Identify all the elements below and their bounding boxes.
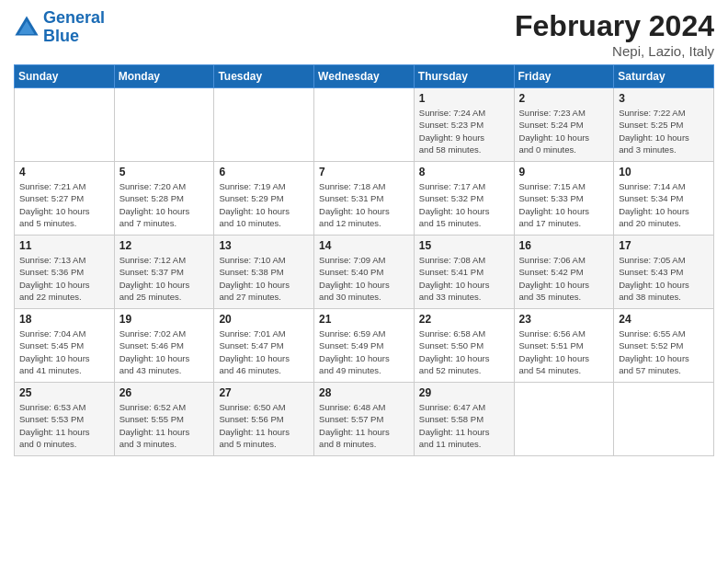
calendar-cell	[314, 88, 415, 162]
day-info: Sunrise: 7:13 AMSunset: 5:36 PMDaylight:…	[19, 254, 109, 303]
day-number: 16	[519, 239, 609, 252]
day-number: 1	[419, 92, 509, 105]
header-tuesday: Tuesday	[214, 65, 314, 88]
calendar-cell: 23Sunrise: 6:56 AMSunset: 5:51 PMDayligh…	[514, 309, 614, 383]
header-row: Sunday Monday Tuesday Wednesday Thursday…	[15, 65, 714, 88]
calendar-week-5: 25Sunrise: 6:53 AMSunset: 5:53 PMDayligh…	[15, 383, 714, 456]
calendar-cell: 5Sunrise: 7:20 AMSunset: 5:28 PMDaylight…	[114, 162, 214, 236]
calendar-cell: 22Sunrise: 6:58 AMSunset: 5:50 PMDayligh…	[414, 309, 514, 383]
calendar-cell: 16Sunrise: 7:06 AMSunset: 5:42 PMDayligh…	[514, 236, 614, 309]
calendar-cell: 20Sunrise: 7:01 AMSunset: 5:47 PMDayligh…	[214, 309, 314, 383]
header: General Blue February 2024 Nepi, Lazio, …	[14, 9, 714, 59]
day-info: Sunrise: 7:15 AMSunset: 5:33 PMDaylight:…	[519, 180, 609, 229]
calendar-cell: 3Sunrise: 7:22 AMSunset: 5:25 PMDaylight…	[614, 88, 714, 162]
calendar-cell: 27Sunrise: 6:50 AMSunset: 5:56 PMDayligh…	[214, 383, 314, 456]
header-thursday: Thursday	[414, 65, 514, 88]
day-number: 15	[419, 239, 509, 252]
calendar-cell: 14Sunrise: 7:09 AMSunset: 5:40 PMDayligh…	[314, 236, 415, 309]
day-number: 23	[519, 313, 609, 326]
day-number: 22	[419, 313, 509, 326]
day-info: Sunrise: 7:06 AMSunset: 5:42 PMDaylight:…	[519, 254, 609, 303]
calendar-cell: 1Sunrise: 7:24 AMSunset: 5:23 PMDaylight…	[414, 88, 514, 162]
calendar-cell: 12Sunrise: 7:12 AMSunset: 5:37 PMDayligh…	[114, 236, 214, 309]
calendar-cell	[214, 88, 314, 162]
calendar-cell: 2Sunrise: 7:23 AMSunset: 5:24 PMDaylight…	[514, 88, 614, 162]
day-info: Sunrise: 7:10 AMSunset: 5:38 PMDaylight:…	[219, 254, 309, 303]
month-title: February 2024	[515, 9, 714, 43]
header-saturday: Saturday	[614, 65, 714, 88]
day-number: 11	[19, 239, 109, 252]
day-number: 4	[19, 166, 109, 178]
calendar-cell	[114, 88, 214, 162]
day-number: 20	[219, 313, 309, 326]
calendar-week-2: 4Sunrise: 7:21 AMSunset: 5:27 PMDaylight…	[15, 162, 714, 236]
day-number: 8	[419, 166, 509, 178]
day-info: Sunrise: 7:08 AMSunset: 5:41 PMDaylight:…	[419, 254, 509, 303]
day-info: Sunrise: 7:18 AMSunset: 5:31 PMDaylight:…	[319, 180, 409, 229]
day-number: 26	[119, 386, 210, 399]
day-info: Sunrise: 6:48 AMSunset: 5:57 PMDaylight:…	[319, 401, 409, 450]
calendar-cell: 25Sunrise: 6:53 AMSunset: 5:53 PMDayligh…	[15, 383, 115, 456]
calendar-cell: 24Sunrise: 6:55 AMSunset: 5:52 PMDayligh…	[614, 309, 714, 383]
day-number: 29	[419, 386, 509, 399]
day-number: 25	[19, 386, 109, 399]
day-info: Sunrise: 7:22 AMSunset: 5:25 PMDaylight:…	[619, 107, 709, 155]
calendar-cell: 10Sunrise: 7:14 AMSunset: 5:34 PMDayligh…	[614, 162, 714, 236]
day-number: 24	[619, 313, 709, 326]
day-number: 6	[219, 166, 309, 178]
day-number: 14	[319, 239, 409, 252]
day-info: Sunrise: 7:19 AMSunset: 5:29 PMDaylight:…	[219, 180, 309, 229]
day-info: Sunrise: 7:24 AMSunset: 5:23 PMDaylight:…	[419, 107, 509, 155]
calendar-cell: 4Sunrise: 7:21 AMSunset: 5:27 PMDaylight…	[15, 162, 115, 236]
day-info: Sunrise: 7:17 AMSunset: 5:32 PMDaylight:…	[419, 180, 509, 229]
logo-text: General Blue	[43, 9, 105, 46]
logo-line2: Blue	[43, 27, 79, 45]
calendar-cell: 6Sunrise: 7:19 AMSunset: 5:29 PMDaylight…	[214, 162, 314, 236]
header-wednesday: Wednesday	[314, 65, 415, 88]
day-info: Sunrise: 7:23 AMSunset: 5:24 PMDaylight:…	[519, 107, 609, 155]
calendar-week-1: 1Sunrise: 7:24 AMSunset: 5:23 PMDaylight…	[15, 88, 714, 162]
day-info: Sunrise: 7:01 AMSunset: 5:47 PMDaylight:…	[219, 327, 309, 376]
title-block: February 2024 Nepi, Lazio, Italy	[515, 9, 714, 59]
calendar-cell	[15, 88, 115, 162]
day-number: 10	[619, 166, 709, 178]
logo-line1: General	[43, 8, 105, 27]
calendar-cell: 18Sunrise: 7:04 AMSunset: 5:45 PMDayligh…	[15, 309, 115, 383]
calendar-cell: 11Sunrise: 7:13 AMSunset: 5:36 PMDayligh…	[15, 236, 115, 309]
logo: General Blue	[14, 9, 105, 46]
day-number: 5	[119, 166, 210, 178]
day-info: Sunrise: 7:05 AMSunset: 5:43 PMDaylight:…	[619, 254, 709, 303]
header-friday: Friday	[514, 65, 614, 88]
day-number: 17	[619, 239, 709, 252]
calendar-cell: 9Sunrise: 7:15 AMSunset: 5:33 PMDaylight…	[514, 162, 614, 236]
calendar-cell: 21Sunrise: 6:59 AMSunset: 5:49 PMDayligh…	[314, 309, 415, 383]
day-info: Sunrise: 7:09 AMSunset: 5:40 PMDaylight:…	[319, 254, 409, 303]
calendar-table: Sunday Monday Tuesday Wednesday Thursday…	[14, 64, 714, 456]
day-info: Sunrise: 6:53 AMSunset: 5:53 PMDaylight:…	[19, 401, 109, 450]
calendar-cell: 8Sunrise: 7:17 AMSunset: 5:32 PMDaylight…	[414, 162, 514, 236]
day-number: 12	[119, 239, 210, 252]
day-info: Sunrise: 7:02 AMSunset: 5:46 PMDaylight:…	[119, 327, 210, 376]
day-info: Sunrise: 6:50 AMSunset: 5:56 PMDaylight:…	[219, 401, 309, 450]
calendar-cell: 29Sunrise: 6:47 AMSunset: 5:58 PMDayligh…	[414, 383, 514, 456]
day-info: Sunrise: 7:12 AMSunset: 5:37 PMDaylight:…	[119, 254, 210, 303]
calendar-cell: 19Sunrise: 7:02 AMSunset: 5:46 PMDayligh…	[114, 309, 214, 383]
location: Nepi, Lazio, Italy	[515, 43, 714, 59]
calendar-cell: 13Sunrise: 7:10 AMSunset: 5:38 PMDayligh…	[214, 236, 314, 309]
calendar-cell: 28Sunrise: 6:48 AMSunset: 5:57 PMDayligh…	[314, 383, 415, 456]
calendar-container: General Blue February 2024 Nepi, Lazio, …	[0, 0, 728, 465]
day-info: Sunrise: 7:21 AMSunset: 5:27 PMDaylight:…	[19, 180, 109, 229]
header-sunday: Sunday	[15, 65, 115, 88]
day-info: Sunrise: 7:14 AMSunset: 5:34 PMDaylight:…	[619, 180, 709, 229]
day-info: Sunrise: 6:47 AMSunset: 5:58 PMDaylight:…	[419, 401, 509, 450]
calendar-cell: 26Sunrise: 6:52 AMSunset: 5:55 PMDayligh…	[114, 383, 214, 456]
calendar-cell	[614, 383, 714, 456]
day-number: 7	[319, 166, 409, 178]
day-number: 28	[319, 386, 409, 399]
day-number: 19	[119, 313, 210, 326]
day-number: 2	[519, 92, 609, 105]
day-info: Sunrise: 6:58 AMSunset: 5:50 PMDaylight:…	[419, 327, 509, 376]
day-info: Sunrise: 7:04 AMSunset: 5:45 PMDaylight:…	[19, 327, 109, 376]
day-number: 13	[219, 239, 309, 252]
calendar-cell: 7Sunrise: 7:18 AMSunset: 5:31 PMDaylight…	[314, 162, 415, 236]
